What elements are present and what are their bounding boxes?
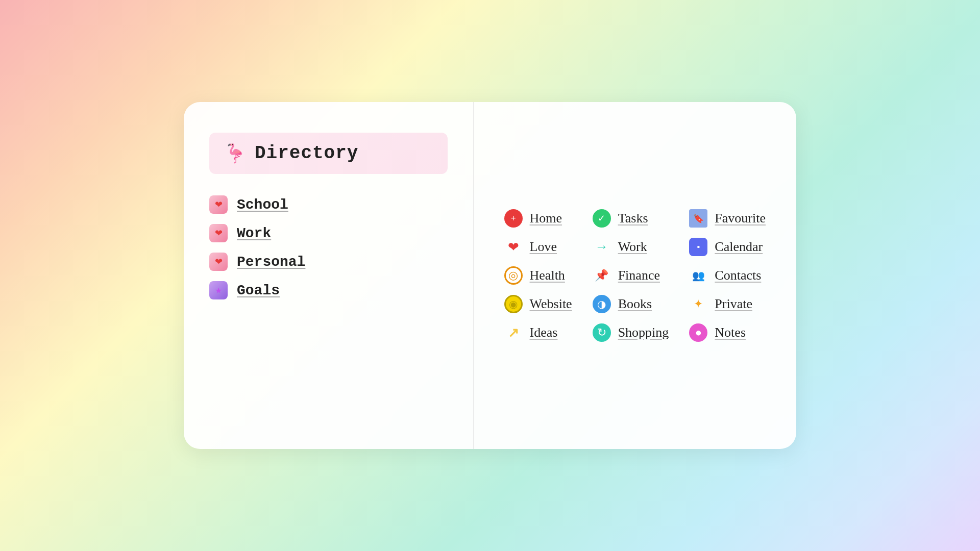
grid-item-website[interactable]: ◉ Website <box>504 295 572 313</box>
right-panel: + Home ✓ Tasks 🔖 Favourite ❤ Love → Work <box>474 102 796 449</box>
personal-label: Personal <box>237 254 305 270</box>
grid-item-notes[interactable]: ● Notes <box>689 323 766 342</box>
work-icon: ❤ <box>209 224 228 242</box>
grid-item-work[interactable]: → Work <box>593 238 669 256</box>
notes-icon: ● <box>689 323 707 342</box>
grid-item-home[interactable]: + Home <box>504 209 572 228</box>
ideas-label: Ideas <box>530 325 558 340</box>
home-icon: + <box>504 209 523 228</box>
calendar-label: Calendar <box>715 239 763 255</box>
goals-icon: ★ <box>209 281 228 299</box>
grid-item-tasks[interactable]: ✓ Tasks <box>593 209 669 228</box>
private-icon: ✦ <box>689 295 707 313</box>
tasks-label: Tasks <box>618 211 648 226</box>
books-icon: ◑ <box>593 295 611 313</box>
notes-label: Notes <box>715 325 746 340</box>
favourite-icon: 🔖 <box>689 209 707 228</box>
grid-item-private[interactable]: ✦ Private <box>689 295 766 313</box>
tasks-icon: ✓ <box>593 209 611 228</box>
main-card: 🦩 Directory ❤ School ❤ Work ❤ Personal ★ <box>184 102 796 449</box>
grid-item-shopping[interactable]: ↻ Shopping <box>593 323 669 342</box>
health-label: Health <box>530 268 565 283</box>
favourite-label: Favourite <box>715 211 766 226</box>
health-icon: ◎ <box>504 266 523 285</box>
grid-item-ideas[interactable]: ↗ Ideas <box>504 323 572 342</box>
books-label: Books <box>618 296 652 312</box>
finance-icon: 📌 <box>593 266 611 285</box>
sidebar-item-personal[interactable]: ❤ Personal <box>209 247 448 276</box>
calendar-icon: ▪ <box>689 238 707 256</box>
grid-item-love[interactable]: ❤ Love <box>504 238 572 256</box>
grid-item-favourite[interactable]: 🔖 Favourite <box>689 209 766 228</box>
flamingo-icon: 🦩 <box>224 144 247 163</box>
goals-label: Goals <box>237 283 280 298</box>
grid-container: + Home ✓ Tasks 🔖 Favourite ❤ Love → Work <box>504 209 766 342</box>
sidebar-item-school[interactable]: ❤ School <box>209 190 448 219</box>
contacts-label: Contacts <box>715 268 761 283</box>
love-icon: ❤ <box>504 238 523 256</box>
private-label: Private <box>715 296 752 312</box>
school-label: School <box>237 197 288 213</box>
grid-item-contacts[interactable]: 👥 Contacts <box>689 266 766 285</box>
shopping-icon: ↻ <box>593 323 611 342</box>
directory-header[interactable]: 🦩 Directory <box>209 133 448 174</box>
work-arrow-icon: → <box>593 238 611 256</box>
shopping-label: Shopping <box>618 325 669 340</box>
finance-label: Finance <box>618 268 660 283</box>
sidebar-item-work[interactable]: ❤ Work <box>209 219 448 247</box>
sidebar-item-goals[interactable]: ★ Goals <box>209 276 448 305</box>
work-label: Work <box>237 226 271 241</box>
grid-item-finance[interactable]: 📌 Finance <box>593 266 669 285</box>
left-panel: 🦩 Directory ❤ School ❤ Work ❤ Personal ★ <box>184 102 474 449</box>
grid-item-calendar[interactable]: ▪ Calendar <box>689 238 766 256</box>
website-label: Website <box>530 296 572 312</box>
home-label: Home <box>530 211 562 226</box>
work-label-right: Work <box>618 239 647 255</box>
grid-item-books[interactable]: ◑ Books <box>593 295 669 313</box>
directory-title: Directory <box>255 143 358 164</box>
website-icon: ◉ <box>504 295 523 313</box>
contacts-icon: 👥 <box>689 266 707 285</box>
school-icon: ❤ <box>209 195 228 214</box>
personal-icon: ❤ <box>209 253 228 271</box>
ideas-icon: ↗ <box>504 323 523 342</box>
grid-item-health[interactable]: ◎ Health <box>504 266 572 285</box>
love-label: Love <box>530 239 557 255</box>
